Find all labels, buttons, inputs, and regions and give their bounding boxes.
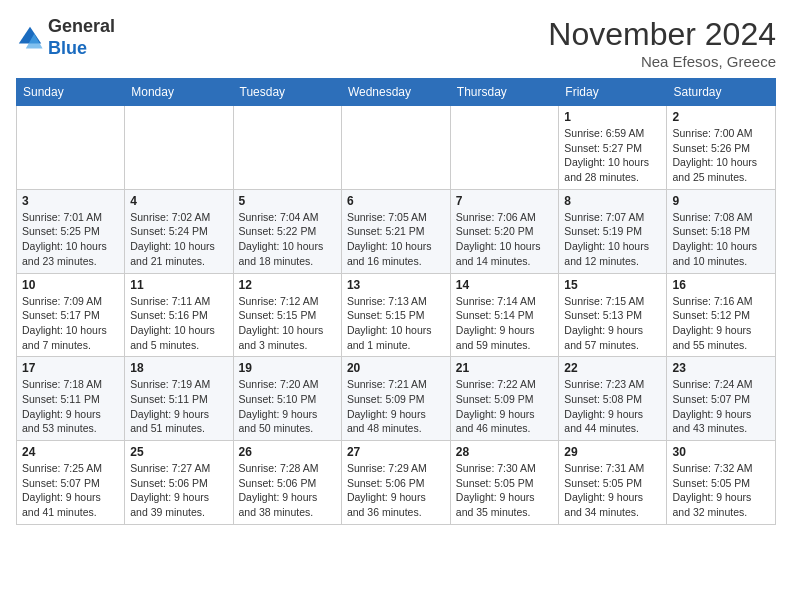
- day-info: Sunrise: 7:15 AMSunset: 5:13 PMDaylight:…: [564, 294, 661, 353]
- calendar-cell: 3Sunrise: 7:01 AMSunset: 5:25 PMDaylight…: [17, 189, 125, 273]
- calendar-cell: [233, 106, 341, 190]
- day-info: Sunrise: 7:11 AMSunset: 5:16 PMDaylight:…: [130, 294, 227, 353]
- day-info: Sunrise: 7:28 AMSunset: 5:06 PMDaylight:…: [239, 461, 336, 520]
- day-number: 19: [239, 361, 336, 375]
- logo-general-text: General: [48, 16, 115, 36]
- logo: General Blue: [16, 16, 115, 59]
- calendar-week-row: 1Sunrise: 6:59 AMSunset: 5:27 PMDaylight…: [17, 106, 776, 190]
- day-number: 24: [22, 445, 119, 459]
- calendar-cell: [341, 106, 450, 190]
- day-info: Sunrise: 7:31 AMSunset: 5:05 PMDaylight:…: [564, 461, 661, 520]
- day-number: 4: [130, 194, 227, 208]
- day-info: Sunrise: 7:16 AMSunset: 5:12 PMDaylight:…: [672, 294, 770, 353]
- calendar-cell: [17, 106, 125, 190]
- day-number: 25: [130, 445, 227, 459]
- day-number: 12: [239, 278, 336, 292]
- day-number: 9: [672, 194, 770, 208]
- day-number: 10: [22, 278, 119, 292]
- day-info: Sunrise: 7:05 AMSunset: 5:21 PMDaylight:…: [347, 210, 445, 269]
- day-info: Sunrise: 7:29 AMSunset: 5:06 PMDaylight:…: [347, 461, 445, 520]
- calendar-week-row: 10Sunrise: 7:09 AMSunset: 5:17 PMDayligh…: [17, 273, 776, 357]
- weekday-header: Wednesday: [341, 79, 450, 106]
- title-block: November 2024 Nea Efesos, Greece: [548, 16, 776, 70]
- day-info: Sunrise: 7:00 AMSunset: 5:26 PMDaylight:…: [672, 126, 770, 185]
- day-number: 1: [564, 110, 661, 124]
- day-number: 30: [672, 445, 770, 459]
- day-number: 14: [456, 278, 554, 292]
- day-info: Sunrise: 7:07 AMSunset: 5:19 PMDaylight:…: [564, 210, 661, 269]
- calendar-cell: 16Sunrise: 7:16 AMSunset: 5:12 PMDayligh…: [667, 273, 776, 357]
- day-number: 29: [564, 445, 661, 459]
- calendar-cell: 5Sunrise: 7:04 AMSunset: 5:22 PMDaylight…: [233, 189, 341, 273]
- day-number: 11: [130, 278, 227, 292]
- day-number: 8: [564, 194, 661, 208]
- month-title: November 2024: [548, 16, 776, 53]
- calendar-table: SundayMondayTuesdayWednesdayThursdayFrid…: [16, 78, 776, 525]
- day-info: Sunrise: 7:06 AMSunset: 5:20 PMDaylight:…: [456, 210, 554, 269]
- day-number: 15: [564, 278, 661, 292]
- calendar-cell: 26Sunrise: 7:28 AMSunset: 5:06 PMDayligh…: [233, 441, 341, 525]
- calendar-cell: 30Sunrise: 7:32 AMSunset: 5:05 PMDayligh…: [667, 441, 776, 525]
- page-header: General Blue November 2024 Nea Efesos, G…: [16, 16, 776, 70]
- day-number: 23: [672, 361, 770, 375]
- day-info: Sunrise: 7:24 AMSunset: 5:07 PMDaylight:…: [672, 377, 770, 436]
- weekday-header-row: SundayMondayTuesdayWednesdayThursdayFrid…: [17, 79, 776, 106]
- day-info: Sunrise: 7:02 AMSunset: 5:24 PMDaylight:…: [130, 210, 227, 269]
- day-info: Sunrise: 7:20 AMSunset: 5:10 PMDaylight:…: [239, 377, 336, 436]
- calendar-cell: 4Sunrise: 7:02 AMSunset: 5:24 PMDaylight…: [125, 189, 233, 273]
- calendar-cell: 25Sunrise: 7:27 AMSunset: 5:06 PMDayligh…: [125, 441, 233, 525]
- day-info: Sunrise: 7:30 AMSunset: 5:05 PMDaylight:…: [456, 461, 554, 520]
- day-info: Sunrise: 7:22 AMSunset: 5:09 PMDaylight:…: [456, 377, 554, 436]
- day-number: 20: [347, 361, 445, 375]
- calendar-cell: 9Sunrise: 7:08 AMSunset: 5:18 PMDaylight…: [667, 189, 776, 273]
- day-info: Sunrise: 7:12 AMSunset: 5:15 PMDaylight:…: [239, 294, 336, 353]
- calendar-cell: 11Sunrise: 7:11 AMSunset: 5:16 PMDayligh…: [125, 273, 233, 357]
- calendar-cell: 2Sunrise: 7:00 AMSunset: 5:26 PMDaylight…: [667, 106, 776, 190]
- day-number: 7: [456, 194, 554, 208]
- calendar-cell: 19Sunrise: 7:20 AMSunset: 5:10 PMDayligh…: [233, 357, 341, 441]
- day-number: 3: [22, 194, 119, 208]
- calendar-week-row: 24Sunrise: 7:25 AMSunset: 5:07 PMDayligh…: [17, 441, 776, 525]
- calendar-cell: 22Sunrise: 7:23 AMSunset: 5:08 PMDayligh…: [559, 357, 667, 441]
- calendar-cell: 15Sunrise: 7:15 AMSunset: 5:13 PMDayligh…: [559, 273, 667, 357]
- calendar-cell: 21Sunrise: 7:22 AMSunset: 5:09 PMDayligh…: [450, 357, 559, 441]
- day-number: 18: [130, 361, 227, 375]
- calendar-cell: 1Sunrise: 6:59 AMSunset: 5:27 PMDaylight…: [559, 106, 667, 190]
- calendar-cell: [450, 106, 559, 190]
- day-number: 26: [239, 445, 336, 459]
- day-info: Sunrise: 7:32 AMSunset: 5:05 PMDaylight:…: [672, 461, 770, 520]
- day-info: Sunrise: 7:25 AMSunset: 5:07 PMDaylight:…: [22, 461, 119, 520]
- calendar-cell: 7Sunrise: 7:06 AMSunset: 5:20 PMDaylight…: [450, 189, 559, 273]
- calendar-cell: 8Sunrise: 7:07 AMSunset: 5:19 PMDaylight…: [559, 189, 667, 273]
- day-number: 28: [456, 445, 554, 459]
- calendar-cell: 28Sunrise: 7:30 AMSunset: 5:05 PMDayligh…: [450, 441, 559, 525]
- calendar-cell: 27Sunrise: 7:29 AMSunset: 5:06 PMDayligh…: [341, 441, 450, 525]
- location-subtitle: Nea Efesos, Greece: [548, 53, 776, 70]
- logo-blue-text: Blue: [48, 38, 87, 58]
- day-number: 22: [564, 361, 661, 375]
- day-number: 5: [239, 194, 336, 208]
- calendar-cell: 23Sunrise: 7:24 AMSunset: 5:07 PMDayligh…: [667, 357, 776, 441]
- calendar-cell: 13Sunrise: 7:13 AMSunset: 5:15 PMDayligh…: [341, 273, 450, 357]
- day-info: Sunrise: 7:01 AMSunset: 5:25 PMDaylight:…: [22, 210, 119, 269]
- calendar-cell: 10Sunrise: 7:09 AMSunset: 5:17 PMDayligh…: [17, 273, 125, 357]
- calendar-cell: 14Sunrise: 7:14 AMSunset: 5:14 PMDayligh…: [450, 273, 559, 357]
- calendar-cell: 24Sunrise: 7:25 AMSunset: 5:07 PMDayligh…: [17, 441, 125, 525]
- day-info: Sunrise: 7:13 AMSunset: 5:15 PMDaylight:…: [347, 294, 445, 353]
- day-number: 17: [22, 361, 119, 375]
- calendar-cell: 6Sunrise: 7:05 AMSunset: 5:21 PMDaylight…: [341, 189, 450, 273]
- weekday-header: Friday: [559, 79, 667, 106]
- day-number: 2: [672, 110, 770, 124]
- day-info: Sunrise: 7:19 AMSunset: 5:11 PMDaylight:…: [130, 377, 227, 436]
- calendar-cell: 20Sunrise: 7:21 AMSunset: 5:09 PMDayligh…: [341, 357, 450, 441]
- logo-icon: [16, 24, 44, 52]
- day-info: Sunrise: 7:04 AMSunset: 5:22 PMDaylight:…: [239, 210, 336, 269]
- day-info: Sunrise: 7:21 AMSunset: 5:09 PMDaylight:…: [347, 377, 445, 436]
- day-info: Sunrise: 7:23 AMSunset: 5:08 PMDaylight:…: [564, 377, 661, 436]
- weekday-header: Monday: [125, 79, 233, 106]
- weekday-header: Thursday: [450, 79, 559, 106]
- weekday-header: Tuesday: [233, 79, 341, 106]
- day-number: 21: [456, 361, 554, 375]
- day-number: 27: [347, 445, 445, 459]
- day-info: Sunrise: 7:08 AMSunset: 5:18 PMDaylight:…: [672, 210, 770, 269]
